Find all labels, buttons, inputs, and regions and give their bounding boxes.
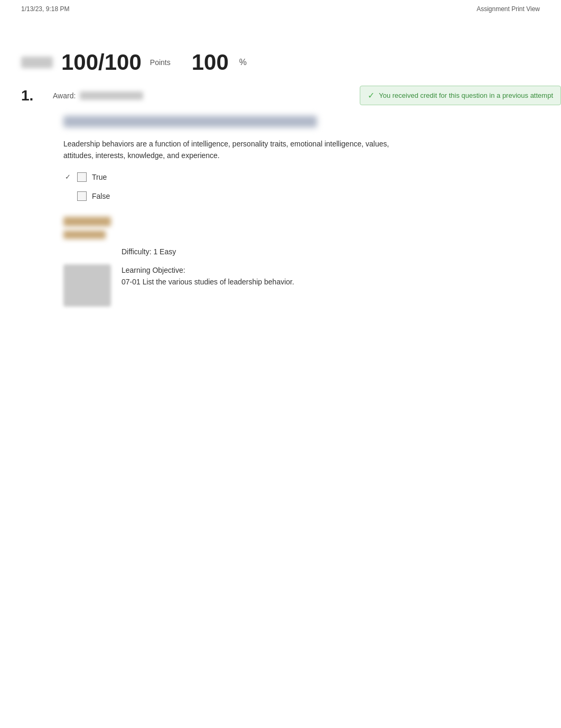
award-value-blur xyxy=(80,91,143,100)
checkmark-icon: ✓ xyxy=(368,90,375,100)
percent-value: 100 xyxy=(192,50,229,75)
learning-objective-label: Learning Objective: xyxy=(121,266,185,274)
credit-message: You received credit for this question in… xyxy=(379,91,553,99)
learning-objective-value: 07-01 List the various studies of leader… xyxy=(121,278,294,286)
credit-badge: ✓ You received credit for this question … xyxy=(360,86,561,105)
page-header: 1/13/23, 9:18 PM Assignment Print View xyxy=(0,0,561,18)
score-blur-label xyxy=(21,57,53,68)
list-item: ✓ True xyxy=(63,172,561,182)
points-label: Points xyxy=(150,58,171,67)
question-header: 1. Award: ✓ You received credit for this… xyxy=(21,86,561,105)
option-label-false: False xyxy=(92,192,110,200)
metadata-blur-1 xyxy=(63,217,111,226)
learning-objective-text: Learning Objective: 07-01 List the vario… xyxy=(121,264,294,288)
percent-sign: % xyxy=(239,58,247,67)
metadata-image-blur xyxy=(63,264,111,307)
metadata-section: Difficulty: 1 Easy Learning Objective: 0… xyxy=(21,217,561,307)
option-box-false xyxy=(77,191,87,201)
difficulty-label: Difficulty: 1 Easy xyxy=(121,247,176,256)
option-box-true xyxy=(77,172,87,182)
checkmark-icon: ✓ xyxy=(63,173,72,181)
page-title: Assignment Print View xyxy=(476,5,540,13)
question-number: 1. xyxy=(21,87,42,104)
options-list: ✓ True False xyxy=(63,172,561,201)
option-label-true: True xyxy=(92,173,107,181)
score-value: 100/100 xyxy=(61,50,142,75)
question-section: 1. Award: ✓ You received credit for this… xyxy=(0,86,561,307)
award-label: Award: xyxy=(53,91,76,100)
score-section: 100/100 Points 100 % xyxy=(0,50,561,75)
question-title-blur xyxy=(63,116,317,127)
award-row: Award: xyxy=(53,91,328,100)
timestamp: 1/13/23, 9:18 PM xyxy=(21,5,69,13)
list-item: False xyxy=(63,191,561,201)
question-body: Leadership behaviors are a function of i… xyxy=(21,138,561,201)
metadata-blur-2 xyxy=(63,231,106,239)
question-text: Leadership behaviors are a function of i… xyxy=(63,138,412,162)
learning-objective-row: Learning Objective: 07-01 List the vario… xyxy=(63,264,561,307)
difficulty-row: Difficulty: 1 Easy xyxy=(63,247,561,256)
